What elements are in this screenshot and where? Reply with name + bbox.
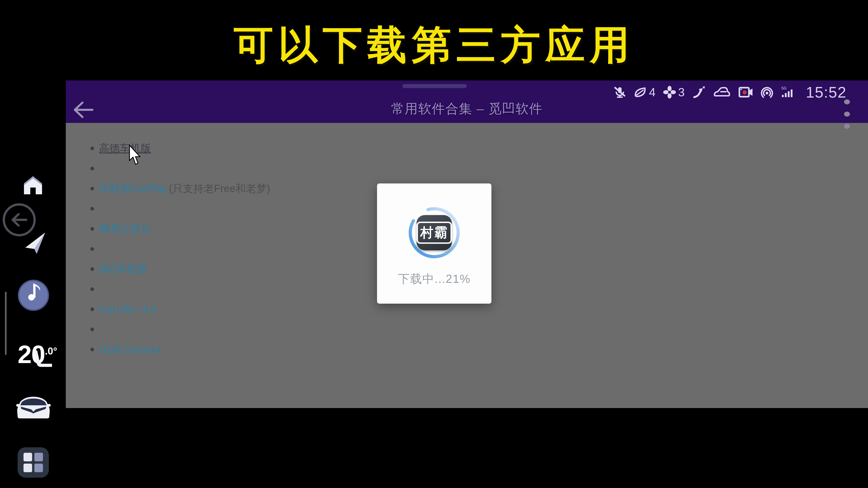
left-dock: 20.0° <box>0 80 66 408</box>
music-disc-icon[interactable] <box>18 279 50 311</box>
bullet-icon <box>90 307 94 311</box>
app-link[interactable]: 网易云音乐 <box>99 222 151 236</box>
app-header: 常用软件合集 – 觅凹软件 4 <box>66 80 868 123</box>
app-link-note: (只支持老Free和老梦) <box>169 182 270 196</box>
app-icon-label: 村霸 <box>416 222 452 244</box>
air-vent-icon <box>692 86 705 98</box>
page-content: 高德车机版车联易CarPlay (只支持老Free和老梦)网易云音乐B站车机版C… <box>66 123 868 408</box>
eco-leaf-icon <box>633 86 647 98</box>
downloading-app-icon: 村霸 <box>416 215 452 250</box>
app-link[interactable]: 车联易CarPlay <box>99 182 167 196</box>
bullet-icon <box>90 227 94 231</box>
bullet-icon <box>90 147 94 150</box>
download-status-text: 下载中...21% <box>377 271 491 287</box>
app-link[interactable]: USB Camera <box>99 344 160 356</box>
video-caption: 可以下载第三方应用 <box>0 19 868 72</box>
car-front-icon[interactable] <box>16 395 51 420</box>
eco-level: 4 <box>649 86 655 99</box>
dock-divider <box>5 292 6 355</box>
list-item[interactable]: USB Camera <box>90 339 868 359</box>
fan-icon <box>663 86 676 98</box>
grid-icon <box>24 453 43 472</box>
bullet-icon <box>90 287 94 291</box>
bullet-icon <box>90 167 94 170</box>
mouse-cursor <box>128 144 142 165</box>
app-link[interactable]: CarLife+ 4.0 <box>99 303 156 315</box>
home-icon[interactable] <box>22 173 44 196</box>
bullet-icon <box>90 207 94 210</box>
mic-muted-icon <box>613 86 626 98</box>
bullet-icon <box>90 328 94 331</box>
list-item[interactable]: 高德车机版 <box>90 138 868 158</box>
bullet-icon <box>90 348 94 351</box>
navigation-arrow-icon[interactable] <box>23 231 46 255</box>
heated-seat-icon <box>34 349 53 367</box>
download-dialog: 村霸 下载中...21% <box>377 184 491 304</box>
list-item <box>90 158 868 178</box>
infotainment-screen: 常用软件合集 – 觅凹软件 4 <box>66 80 868 408</box>
hotspot-icon <box>761 86 773 98</box>
bullet-icon <box>90 247 94 251</box>
car-status-icon <box>713 86 730 98</box>
app-link[interactable]: B站车机版 <box>99 262 148 276</box>
bullet-icon <box>90 187 94 191</box>
list-item <box>90 319 868 339</box>
app-drawer-button[interactable] <box>18 447 49 478</box>
app-link[interactable]: 高德车机版 <box>99 141 151 156</box>
clock: 15:52 <box>806 84 846 101</box>
svg-text:5G: 5G <box>781 86 786 90</box>
recorder-icon <box>738 86 753 98</box>
bullet-icon <box>90 267 94 271</box>
fan-level: 3 <box>678 86 685 99</box>
status-bar: 4 3 <box>613 86 846 99</box>
signal-5g-icon: 5G <box>781 86 794 98</box>
